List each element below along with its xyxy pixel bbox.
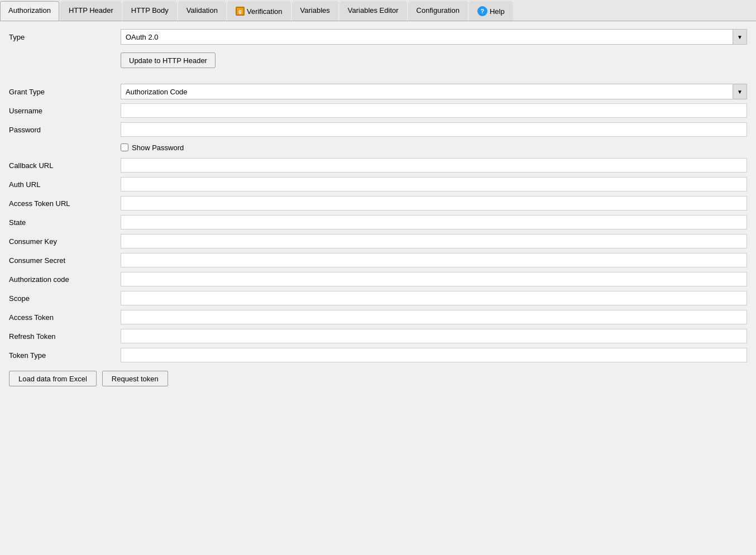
tab-validation[interactable]: Validation — [178, 1, 226, 21]
access-token-url-row: Access Token URL — [9, 194, 747, 212]
username-row: Username — [9, 102, 747, 119]
access-token-field-area — [121, 310, 747, 324]
consumer-secret-field-area — [121, 253, 747, 267]
consumer-key-row: Consumer Key — [9, 232, 747, 250]
type-select[interactable]: OAuth 2.0 — [121, 29, 747, 45]
update-button-row: Update to HTTP Header — [9, 51, 747, 69]
tab-http-header[interactable]: HTTP Header — [60, 1, 122, 21]
scope-input[interactable] — [121, 291, 747, 305]
state-field-area — [121, 215, 747, 229]
scope-row: Scope — [9, 289, 747, 307]
token-type-row: Token Type — [9, 346, 747, 364]
access-token-url-label: Access Token URL — [9, 199, 121, 208]
access-token-input[interactable] — [121, 310, 747, 324]
update-button-area: Update to HTTP Header — [121, 52, 747, 68]
state-input[interactable] — [121, 215, 747, 229]
username-label: Username — [9, 107, 121, 115]
consumer-secret-label: Consumer Secret — [9, 256, 121, 265]
refresh-token-row: Refresh Token — [9, 327, 747, 345]
token-type-label: Token Type — [9, 351, 121, 360]
scope-field-area — [121, 291, 747, 305]
help-icon: ? — [477, 6, 487, 16]
show-password-row: Show Password — [9, 140, 747, 155]
password-label: Password — [9, 126, 121, 134]
content-area: Type OAuth 2.0 ▼ Update to HTTP Header G… — [0, 21, 756, 399]
username-field-area — [121, 103, 747, 118]
callback-url-input[interactable] — [121, 158, 747, 173]
grant-type-select-wrapper: Authorization Code ▼ — [121, 84, 747, 99]
password-field-area — [121, 122, 747, 137]
show-password-checkbox[interactable] — [121, 143, 128, 151]
access-token-row: Access Token — [9, 308, 747, 326]
grant-type-select[interactable]: Authorization Code — [121, 84, 747, 99]
consumer-secret-input[interactable] — [121, 253, 747, 267]
access-token-url-field-area — [121, 196, 747, 210]
type-row: Type OAuth 2.0 ▼ — [9, 28, 747, 46]
verification-icon: g — [236, 7, 245, 16]
access-token-label: Access Token — [9, 313, 121, 322]
password-row: Password — [9, 121, 747, 138]
type-label: Type — [9, 33, 121, 41]
auth-url-label: Auth URL — [9, 180, 121, 189]
state-row: State — [9, 213, 747, 231]
type-field-area: OAuth 2.0 ▼ — [121, 29, 747, 45]
request-token-button[interactable]: Request token — [102, 371, 168, 386]
tab-http-body[interactable]: HTTP Body — [123, 1, 177, 21]
password-input[interactable] — [121, 122, 747, 137]
tab-help[interactable]: ? Help — [469, 1, 513, 21]
authorization-code-label: Authorization code — [9, 275, 121, 284]
tab-variables-editor[interactable]: Variables Editor — [339, 1, 407, 21]
consumer-secret-row: Consumer Secret — [9, 251, 747, 269]
authorization-code-row: Authorization code — [9, 270, 747, 288]
username-input[interactable] — [121, 103, 747, 118]
token-type-input[interactable] — [121, 348, 747, 362]
consumer-key-label: Consumer Key — [9, 237, 121, 246]
auth-url-input[interactable] — [121, 177, 747, 192]
divider — [9, 70, 747, 75]
refresh-token-input[interactable] — [121, 329, 747, 343]
callback-url-label: Callback URL — [9, 161, 121, 170]
refresh-token-field-area — [121, 329, 747, 343]
auth-url-row: Auth URL — [9, 175, 747, 193]
grant-type-field-area: Authorization Code ▼ — [121, 84, 747, 99]
tab-verification[interactable]: g Verification — [227, 1, 291, 21]
refresh-token-label: Refresh Token — [9, 332, 121, 341]
button-row: Load data from Excel Request token — [9, 371, 747, 392]
consumer-key-field-area — [121, 234, 747, 248]
show-password-label[interactable]: Show Password — [121, 143, 184, 152]
authorization-code-input[interactable] — [121, 272, 747, 286]
tab-authorization[interactable]: Authorization — [0, 1, 59, 21]
callback-url-field-area — [121, 158, 747, 173]
tab-bar: Authorization HTTP Header HTTP Body Vali… — [0, 0, 756, 21]
load-data-from-excel-button[interactable]: Load data from Excel — [9, 371, 97, 386]
state-label: State — [9, 218, 121, 227]
consumer-key-input[interactable] — [121, 234, 747, 248]
tab-variables[interactable]: Variables — [292, 1, 338, 21]
token-type-field-area — [121, 348, 747, 362]
grant-type-row: Grant Type Authorization Code ▼ — [9, 83, 747, 101]
grant-type-label: Grant Type — [9, 88, 121, 96]
tab-configuration[interactable]: Configuration — [408, 1, 468, 21]
type-select-wrapper: OAuth 2.0 ▼ — [121, 29, 747, 45]
scope-label: Scope — [9, 294, 121, 303]
auth-url-field-area — [121, 177, 747, 192]
authorization-code-field-area — [121, 272, 747, 286]
update-to-http-header-button[interactable]: Update to HTTP Header — [121, 52, 216, 68]
callback-url-row: Callback URL — [9, 156, 747, 174]
access-token-url-input[interactable] — [121, 196, 747, 210]
